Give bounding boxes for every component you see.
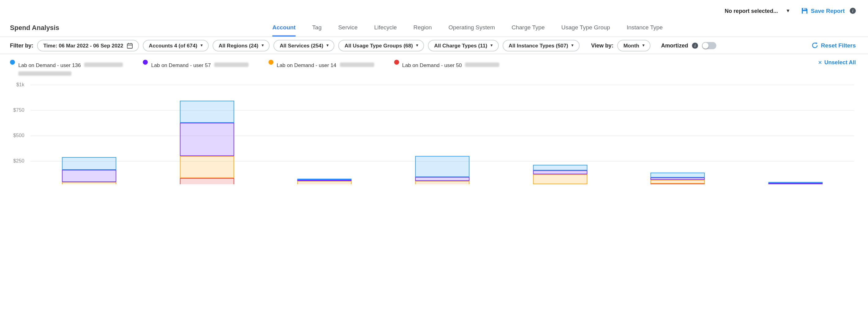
report-selector-value: No report selected... [725,7,778,13]
chevron-down-icon: ▾ [571,43,574,47]
charge-types-filter[interactable]: All Charge Types (11)▾ [428,39,499,51]
bar-segment[interactable] [768,183,823,184]
y-axis-tick: $750 [0,107,25,113]
legend-row: Lab on Demand - user 136Lab on Demand - … [0,54,868,75]
services-filter-label: All Services (254) [280,42,323,48]
bar-segment[interactable] [533,165,587,170]
refresh-icon [812,42,818,49]
chevron-down-icon: ▾ [327,43,328,47]
reset-filters-label: Reset Filters [821,42,856,49]
chevron-down-icon: ▾ [643,43,644,47]
legend-item[interactable]: Lab on Demand - user 50 [394,59,500,69]
accounts-filter[interactable]: Accounts 4 (of 674)▾ [143,39,209,51]
legend-item-text: Lab on Demand - user 136 [19,59,123,76]
bar-segment[interactable] [180,178,234,184]
chevron-down-icon: ▾ [416,43,418,47]
usage-type-groups-filter[interactable]: All Usage Type Groups (68)▾ [338,39,424,51]
view-by-label: View by: [591,42,614,48]
bar-segment[interactable] [768,182,823,183]
legend-dot-icon [268,60,273,65]
bar-segment[interactable] [651,172,705,177]
view-by-dropdown[interactable]: Month ▾ [617,39,651,51]
tab-account[interactable]: Account [272,24,296,37]
save-report-button[interactable]: Save Report [801,7,845,14]
bar-segment[interactable] [651,180,705,184]
bar-segment[interactable] [415,181,469,184]
calendar-icon [126,42,133,48]
legend-dot-icon [143,60,148,65]
legend-dot-icon [394,60,399,65]
services-filter[interactable]: All Services (254)▾ [274,39,335,51]
gridline [30,85,854,86]
bar-segment[interactable] [415,177,469,181]
instance-types-filter[interactable]: All Instance Types (507)▾ [503,39,580,51]
bar-segment[interactable] [651,184,705,184]
report-selector-dropdown[interactable]: No report selected... ▾ [725,7,789,13]
amortized-label: Amortized [661,42,688,48]
usage-type-groups-filter-label: All Usage Type Groups (68) [345,42,413,48]
y-axis-tick: $250 [0,158,25,164]
tab-instance-type[interactable]: Instance Type [627,24,663,37]
time-filter[interactable]: Time: 06 Mar 2022 - 06 Sep 2022 [37,39,139,51]
regions-filter-label: All Regions (24) [219,42,258,48]
bar-segment[interactable] [533,174,587,184]
legend-item-text: Lab on Demand - user 14 [277,59,374,69]
view-by-value: Month [623,42,639,48]
legend-item-label: Lab on Demand - user 14 [277,62,336,68]
bar-segment[interactable] [180,101,234,123]
bar-segment[interactable] [415,156,469,177]
save-report-label: Save Report [811,7,845,14]
bar-segment[interactable] [533,170,587,174]
legend-item-text: Lab on Demand - user 50 [402,59,500,69]
amortized-info-icon[interactable] [692,42,698,48]
legend-item-label: Lab on Demand - user 57 [151,62,211,68]
bar-segment[interactable] [62,157,116,170]
chevron-down-icon: ▾ [787,8,789,13]
legend-item[interactable]: Lab on Demand - user 14 [268,59,374,69]
bar-segment[interactable] [62,182,116,184]
toggle-knob [703,42,709,48]
tab-service[interactable]: Service [338,24,358,37]
filter-bar: Filter by: Time: 06 Mar 2022 - 06 Sep 20… [0,36,868,54]
legend-item-line: Lab on Demand - user 14 [277,59,374,69]
bar-segment[interactable] [180,156,234,178]
filter-pills: Time: 06 Mar 2022 - 06 Sep 2022Accounts … [37,39,580,51]
reset-filters-button[interactable]: Reset Filters [812,42,856,49]
regions-filter[interactable]: All Regions (24)▾ [213,39,270,51]
chevron-down-icon: ▾ [261,43,264,47]
legend-item[interactable]: Lab on Demand - user 136 [10,59,123,76]
amortized-toggle[interactable] [702,42,716,49]
redacted-text [19,71,72,76]
tab-charge-type[interactable]: Charge Type [512,24,545,37]
save-icon [801,7,808,14]
chevron-down-icon: ▾ [491,43,493,47]
legend-item-label: Lab on Demand - user 50 [402,62,462,68]
redacted-text [84,62,123,67]
bar-segment[interactable] [298,181,351,184]
y-axis-tick: $500 [0,133,25,138]
top-bar: No report selected... ▾ Save Report [0,0,868,16]
bar-segment[interactable] [651,178,705,180]
page-title: Spend Analysis [10,24,59,32]
tab-usage-type-group[interactable]: Usage Type Group [561,24,610,37]
redacted-text [465,62,500,67]
tab-region[interactable]: Region [413,24,432,37]
accounts-filter-label: Accounts 4 (of 674) [149,42,197,48]
tab-tag[interactable]: Tag [312,24,321,37]
bar-segment[interactable] [62,170,116,182]
gridline [30,110,854,111]
time-filter-label: Time: 06 Mar 2022 - 06 Sep 2022 [43,42,123,48]
tab-bar: AccountTagServiceLifecycleRegionOperatin… [272,24,663,37]
tab-lifecycle[interactable]: Lifecycle [374,24,397,37]
gridline [30,136,854,136]
legend-item[interactable]: Lab on Demand - user 57 [143,59,248,69]
y-axis-tick: $1k [0,82,25,87]
tab-operating-system[interactable]: Operating System [448,24,495,37]
instance-types-filter-label: All Instance Types (507) [509,42,568,48]
unselect-all-button[interactable]: ✕ Unselect All [818,59,856,65]
unselect-all-label: Unselect All [824,59,856,65]
bar-segment[interactable] [298,179,351,180]
bar-segment[interactable] [298,180,351,181]
info-icon[interactable] [849,7,856,13]
bar-segment[interactable] [180,123,234,156]
